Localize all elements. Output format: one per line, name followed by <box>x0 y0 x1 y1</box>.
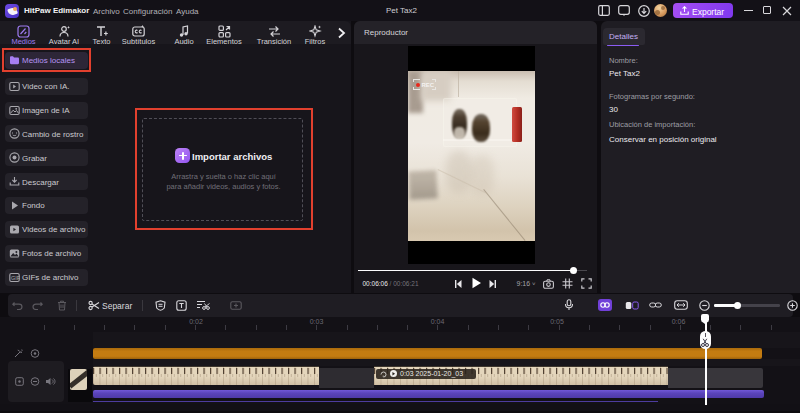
svg-text:GIF: GIF <box>11 275 20 281</box>
